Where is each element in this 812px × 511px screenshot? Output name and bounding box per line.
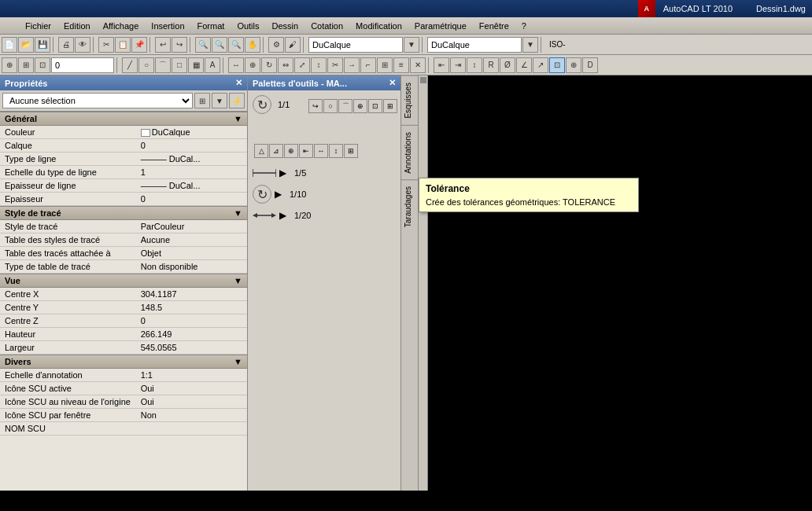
scale-btn[interactable]: ⤢ <box>294 57 310 73</box>
pal-tool-5[interactable]: ⊡ <box>368 99 382 113</box>
menu-parametrique[interactable]: Paramétrique <box>408 20 473 32</box>
zoom-ext-btn[interactable]: 🔍 <box>228 37 244 53</box>
zoom-prev-btn[interactable]: 🔍 <box>212 37 227 53</box>
collapse-general-icon[interactable]: ▼ <box>234 114 242 123</box>
layer-dropdown[interactable]: DuCalque <box>308 37 403 53</box>
rotate-btn[interactable]: ↻ <box>261 57 277 73</box>
print-btn[interactable]: 🖨 <box>58 37 74 53</box>
linetype-dropdown[interactable]: DuCalque <box>427 37 522 53</box>
pal-dim-2[interactable]: ⊿ <box>269 144 283 158</box>
snap-btn[interactable]: ⊕ <box>2 57 17 73</box>
zoom-win-btn[interactable]: 🔍 <box>195 37 211 53</box>
text-btn[interactable]: A <box>205 57 220 73</box>
pal-tool-3[interactable]: ⌒ <box>338 99 352 113</box>
menu-insertion[interactable]: Insertion <box>145 20 190 32</box>
paste-btn[interactable]: 📌 <box>131 37 147 53</box>
tab-taraudages[interactable]: Taraudages <box>401 179 418 233</box>
collapse-divers-icon[interactable]: ▼ <box>234 357 242 366</box>
rotate-circle-icon[interactable]: ↻ <box>253 95 271 114</box>
menu-fenetre[interactable]: Fenêtre <box>473 20 515 32</box>
ortho-btn[interactable]: ⊡ <box>35 57 50 73</box>
canvas-area[interactable]: Tolérance Crée des tolérances géométriqu… <box>419 75 812 491</box>
pal-tool-2[interactable]: ○ <box>323 99 338 113</box>
pal-dim-7[interactable]: ⊞ <box>344 144 358 158</box>
menu-outils[interactable]: Outils <box>231 20 265 32</box>
quick-select-btn[interactable]: ⚡ <box>229 93 245 108</box>
copy-btn[interactable]: 📋 <box>115 37 131 53</box>
open-btn[interactable]: 📂 <box>18 37 34 53</box>
scale-label-3: 1/10 <box>290 189 306 199</box>
offset-btn[interactable]: ≡ <box>393 57 409 73</box>
hatch-btn[interactable]: ▦ <box>188 57 204 73</box>
menu-help[interactable]: ? <box>515 20 533 32</box>
grid-btn[interactable]: ⊞ <box>18 57 34 73</box>
menu-cotation[interactable]: Cotation <box>304 20 349 32</box>
tab-esquisses[interactable]: Esquisses <box>401 75 418 125</box>
menu-affichage[interactable]: Affichage <box>97 20 146 32</box>
coord-display[interactable]: 0 <box>51 57 114 73</box>
circle-btn[interactable]: ○ <box>138 57 154 73</box>
center-btn[interactable]: ⊕ <box>566 57 581 73</box>
erase-btn[interactable]: ✕ <box>410 57 426 73</box>
menu-edition[interactable]: Edition <box>57 20 97 32</box>
redo-btn[interactable]: ↪ <box>172 37 187 53</box>
fillet-btn[interactable]: ⌐ <box>360 57 376 73</box>
copy2-btn[interactable]: ⊕ <box>245 57 260 73</box>
properties-btn[interactable]: ⚙ <box>268 37 284 53</box>
undo-btn[interactable]: ↩ <box>155 37 171 53</box>
pal-dim-3[interactable]: ⊕ <box>284 144 298 158</box>
collapse-style-icon[interactable]: ▼ <box>234 208 242 218</box>
arrow-icon-2: ▶ <box>279 167 286 178</box>
menu-modification[interactable]: Modification <box>349 20 408 32</box>
angle-btn[interactable]: ∠ <box>516 57 532 73</box>
prop-row: Table des styles de tracé Aucune <box>0 233 247 247</box>
select-all-btn[interactable]: ⊞ <box>194 93 210 108</box>
rect-btn[interactable]: □ <box>172 57 187 73</box>
menu-fichier[interactable]: Fichier <box>19 20 57 32</box>
tab-annotations[interactable]: Annotations <box>401 125 418 180</box>
pal-tool-4[interactable]: ⊕ <box>353 99 367 113</box>
menu-dessin[interactable]: Dessin <box>266 20 305 32</box>
selection-bar: Aucune sélection ⊞ ▼ ⚡ <box>0 90 247 112</box>
extend-btn[interactable]: → <box>344 57 360 73</box>
selection-dropdown[interactable]: Aucune sélection <box>2 93 193 108</box>
rotate-circle-icon-2[interactable]: ↻ <box>253 185 271 204</box>
dim-btn[interactable]: ⇤ <box>434 57 449 73</box>
pal-tool-6[interactable]: ⊞ <box>383 99 397 113</box>
palette-close-icon[interactable]: ✕ <box>389 78 396 88</box>
pal-dim-4[interactable]: ⇤ <box>299 144 313 158</box>
pal-dim-6[interactable]: ↕ <box>329 144 343 158</box>
diam-btn[interactable]: Ø <box>500 57 515 73</box>
collapse-vue-icon[interactable]: ▼ <box>234 276 242 285</box>
arrow-icon-4: ▶ <box>279 210 286 221</box>
dim2-btn[interactable]: ⇥ <box>450 57 466 73</box>
dimstyle-btn[interactable]: D <box>582 57 598 73</box>
arc-btn[interactable]: ⌒ <box>155 57 171 73</box>
save-btn[interactable]: 💾 <box>35 37 50 53</box>
preview-btn[interactable]: 👁 <box>75 37 90 53</box>
separator8 <box>541 37 544 53</box>
pal-dim-1[interactable]: △ <box>254 144 268 158</box>
trim-btn[interactable]: ✂ <box>327 57 343 73</box>
new-btn[interactable]: 📄 <box>2 37 17 53</box>
mirror-btn[interactable]: ⇔ <box>278 57 293 73</box>
cut-btn[interactable]: ✂ <box>98 37 114 53</box>
tolerance-btn[interactable]: ⊡ <box>549 57 565 73</box>
radius-btn[interactable]: R <box>483 57 499 73</box>
match-prop-btn[interactable]: 🖌 <box>285 37 301 53</box>
array-btn[interactable]: ⊞ <box>377 57 393 73</box>
close-icon[interactable]: ✕ <box>235 78 242 88</box>
dropdown-arrow[interactable]: ▼ <box>404 37 419 53</box>
move-btn[interactable]: ↔ <box>228 57 244 73</box>
pal-dim-5[interactable]: ↔ <box>314 144 328 158</box>
pan-btn[interactable]: ✋ <box>245 37 260 53</box>
line-btn[interactable]: ╱ <box>122 57 138 73</box>
select-filter-btn[interactable]: ▼ <box>212 93 227 108</box>
leader-btn[interactable]: ↗ <box>533 57 548 73</box>
dim3-btn[interactable]: ↕ <box>467 57 482 73</box>
tooltip-title: Tolérance <box>426 183 632 194</box>
pal-tool-1[interactable]: ↪ <box>308 99 323 113</box>
linetype-arrow[interactable]: ▼ <box>522 37 538 53</box>
menu-format[interactable]: Format <box>191 20 231 32</box>
stretch-btn[interactable]: ↕ <box>311 57 327 73</box>
